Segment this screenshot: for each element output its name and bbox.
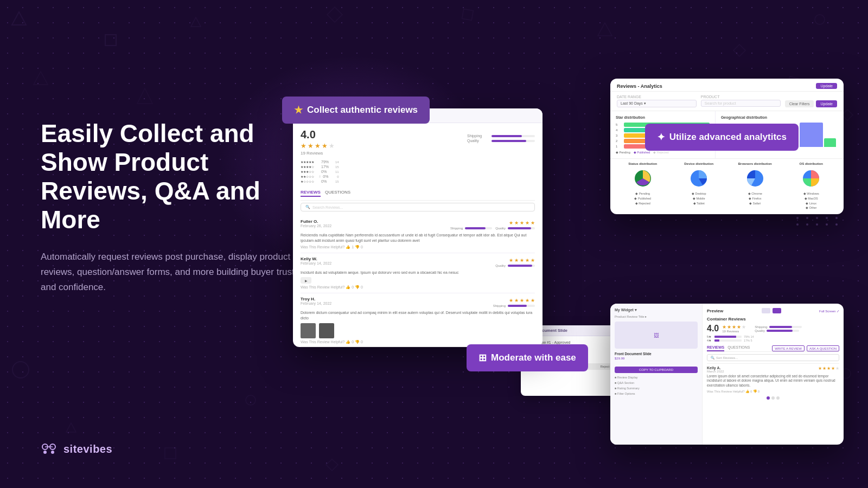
filter-product: PRODUCT Search for product [701,95,781,107]
tab-questions[interactable]: QUESTIONS [325,189,350,197]
badge-collect: ★ Collect authentic reviews [282,97,430,124]
svg-point-15 [246,395,256,405]
widget-search[interactable]: 🔍 Sort Reviews... [707,354,839,361]
search-icon: 🔍 [305,205,310,209]
widget-tab-reviews[interactable]: REVIEWS [707,345,724,351]
logo-icon [41,442,58,455]
svg-rect-4 [462,9,474,21]
deco-circle-2 [11,360,30,380]
badge-analytics-label: Utilize advanced analytitcs [669,132,787,143]
product-select[interactable]: Search for product [701,100,781,107]
review-item-1: Fuller O. February 26, 2022 ★★★★★ Shippi… [301,216,535,253]
svg-rect-14 [165,448,176,459]
moderate-icon: ⊞ [478,352,487,364]
analytics-update-btn[interactable]: Update [816,83,837,89]
svg-marker-11 [842,110,853,120]
svg-marker-16 [326,459,338,471]
apply-filters-btn[interactable]: Update [816,100,837,107]
hero-content: Easily Collect and Show Product Reviews,… [41,119,301,295]
analytics-filters: DATE RANGE Last 90 Days ▾ PRODUCT Search… [610,92,844,111]
card-widget: My Widget ▾ Product Review Title ▸ 🖼 Fro… [610,304,844,445]
rating-bars: ★★★★★ 79%14 ★★★★☆ 17%15 ★★★☆☆ 0%11 [301,160,339,183]
logo[interactable]: sitevibes [41,442,112,455]
widget-tab-questions[interactable]: QUESTIONS [727,345,750,351]
logo-text: sitevibes [63,443,112,455]
svg-point-12 [12,362,29,378]
filter-date: DATE RANGE Last 90 Days ▾ [617,95,697,107]
hero-subtext: Automatically request reviews post purch… [41,249,301,295]
svg-point-23 [51,451,54,454]
deco-diamond-4 [326,458,339,472]
svg-point-22 [43,451,47,454]
widget-preview-panel: Preview Full Screen ⤢ Container Reviews … [703,304,844,445]
hero-heading: Easily Collect and Show Product Reviews,… [41,119,301,234]
overall-rating: 4.0 [301,129,339,141]
svg-marker-5 [598,23,612,36]
deco-square-2 [461,8,475,22]
svg-marker-3 [327,7,342,22]
analytics-title: Reviews - Analytics [617,84,662,89]
device-dist-chart: Device distribution ◆ Desktop ◆ Mobile ◆… [672,162,726,210]
write-review-btn[interactable]: WRITE A REVIEW [772,345,805,351]
ask-question-btn[interactable]: ASK A QUESTION [807,345,839,351]
svg-marker-0 [12,12,26,25]
svg-marker-9 [137,88,152,104]
reviews-search[interactable]: 🔍 Search Reviews... [301,203,535,211]
widget-reviews-heading: Container Reviews [707,317,839,322]
reviews-card-body: 4.0 ★★★★★ 19 Reviews ★★★★★ 79%14 ★★★★☆ [293,123,542,347]
svg-marker-2 [191,17,201,27]
badge-analytics: ✦ Utilize advanced analytitcs [645,124,799,151]
browser-dist-chart: Browsers distribution ◆ Chrome ◆ Firefox… [728,162,782,210]
analytics-icon: ✦ [657,131,665,143]
deco-triangle-2 [190,16,202,28]
deco-square-4 [163,446,178,461]
widget-admin-panel: My Widget ▾ Product Review Title ▸ 🖼 Fro… [610,304,703,445]
deco-diamond-1 [326,5,344,24]
widget-layout: My Widget ▾ Product Review Title ▸ 🖼 Fro… [610,304,844,445]
widget-reviewer-date: March 2022 [707,370,724,373]
status-dist-chart: Status distribution ◆ Pending ◆ Publishe… [616,162,670,210]
dot-grid [796,217,841,226]
badge-moderate: ⊞ Moderate with ease [467,344,588,371]
deco-diamond-2 [732,43,746,57]
review-item-3: Troy H. February 14, 2022 ★★★★★ Shipping [301,293,535,347]
deco-triangle-4 [33,70,49,87]
analytics-bottom-charts: Status distribution ◆ Pending ◆ Publishe… [610,159,844,214]
copy-to-clipboard-btn[interactable]: COPY TO CLIPBOARD [615,367,698,373]
widget-reviewer-name: Kelly A. [707,366,724,370]
svg-marker-8 [34,72,48,85]
svg-rect-1 [105,35,116,46]
tab-reviews[interactable]: REVIEWS [301,189,321,197]
deco-square-1 [103,33,118,48]
deco-triangle-6 [65,422,77,434]
review-item-2: Kelly W. February 14, 2022 ★★★★★ Quality [301,253,535,294]
review-count: 19 Reviews [301,151,339,156]
analytics-card-header: Reviews - Analytics Update [610,79,844,92]
badge-moderate-label: Moderate with ease [491,352,576,363]
deco-triangle-3 [597,22,613,38]
deco-circle-3 [244,394,257,407]
svg-marker-13 [66,423,76,432]
deco-triangle-1 [11,11,27,27]
star-icon: ★ [294,104,303,116]
overall-stars: ★★★★★ [301,142,339,150]
card-reviews: Customer Reviews 4.0 ★★★★★ 19 Reviews ★★… [293,108,542,347]
date-select[interactable]: Last 90 Days ▾ [617,100,697,107]
deco-circle-1 [814,14,826,25]
svg-marker-6 [733,44,745,56]
badge-collect-label: Collect authentic reviews [307,105,418,115]
svg-point-7 [815,15,825,24]
deco-triangle-5 [136,87,155,106]
filter-tabs: REVIEWS QUESTIONS [301,189,535,201]
clear-filters-btn[interactable]: Clear Filters [785,100,814,107]
os-dist-chart: OS distribution ◆ Windows ◆ MacOS ◆ Linu… [784,162,839,210]
widget-review-item: Kelly A. March 2022 ★★★★★ Lorem ipsum do… [707,363,839,393]
widget-review-text: Lorem ipsum dolor sit amet consectetur a… [707,374,839,388]
